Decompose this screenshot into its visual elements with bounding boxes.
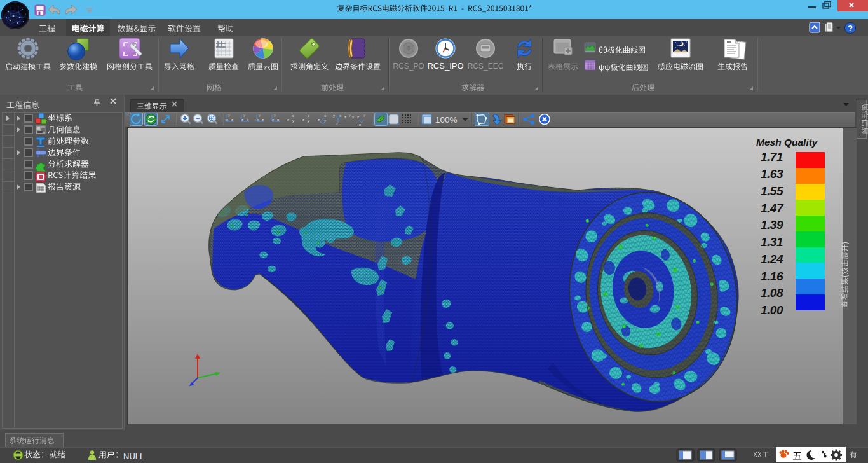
svg-text:z: z — [357, 115, 359, 119]
svg-text:z: z — [231, 118, 233, 121]
svg-text:y: y — [333, 114, 335, 118]
svg-text:x: x — [247, 118, 248, 121]
svg-text:z: z — [318, 118, 320, 121]
svg-text:y: y — [243, 113, 245, 117]
svg-text:y: y — [363, 113, 365, 117]
svg-text:y: y — [292, 119, 294, 123]
svg-text:z: z — [336, 121, 338, 125]
svg-text:x: x — [292, 114, 294, 118]
svg-text:x: x — [324, 114, 326, 118]
svg-text:100%: 100% — [435, 115, 458, 125]
svg-text:z: z — [344, 115, 346, 119]
svg-text:z: z — [302, 118, 304, 121]
svg-text:x: x — [359, 123, 361, 127]
svg-text:x: x — [277, 118, 279, 121]
svg-text:y: y — [308, 119, 309, 123]
svg-text:z: z — [262, 118, 264, 121]
svg-text:y: y — [349, 113, 351, 117]
svg-text:y: y — [324, 119, 326, 123]
svg-text:z: z — [287, 118, 289, 121]
svg-text:?: ? — [848, 24, 853, 33]
svg-text:y: y — [259, 113, 261, 117]
svg-text:y: y — [274, 113, 276, 117]
svg-text:x: x — [308, 114, 309, 118]
svg-text:y: y — [228, 113, 230, 117]
svg-text:x: x — [352, 115, 354, 119]
